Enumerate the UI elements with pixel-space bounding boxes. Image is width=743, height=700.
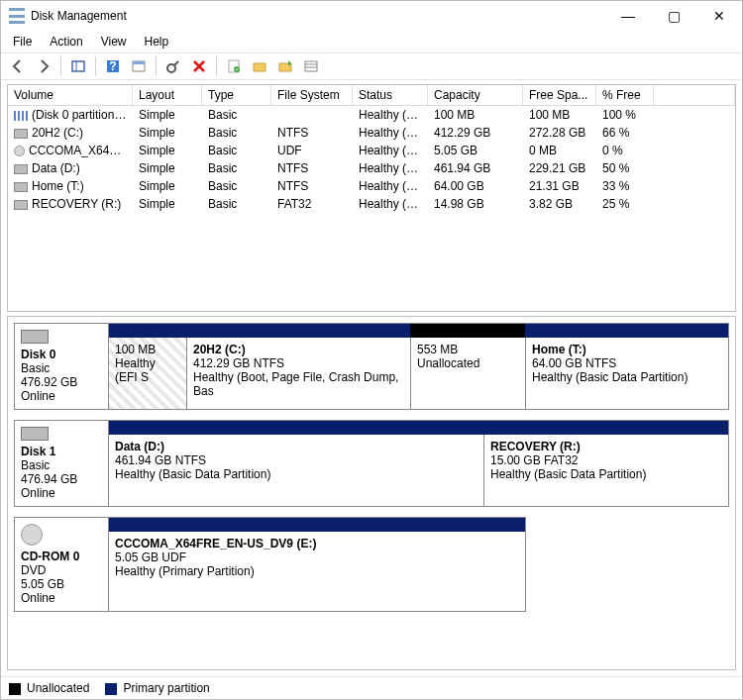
partition[interactable]: CCCOMA_X64FRE_EN-US_DV9 (E:)5.05 GB UDFH… <box>109 518 525 611</box>
volume-icon <box>14 111 28 121</box>
volume-layout: Simple <box>133 159 202 177</box>
forward-button[interactable] <box>33 55 54 77</box>
menubar: File Action View Help <box>1 31 742 52</box>
disk-size: 5.05 GB <box>21 577 102 591</box>
volume-pctfree: 100 % <box>596 106 654 124</box>
disk-name: CD-ROM 0 <box>21 550 102 563</box>
volume-icon <box>14 164 28 174</box>
volume-row[interactable]: (Disk 0 partition 1)SimpleBasicHealthy (… <box>8 106 735 124</box>
col-pctfree[interactable]: % Free <box>596 85 654 105</box>
disk-label[interactable]: Disk 0Basic476.92 GBOnline <box>14 323 109 410</box>
partition-status: Healthy (Basic Data Partition) <box>490 467 722 481</box>
legend-primary: Primary partition <box>123 681 209 695</box>
svg-rect-12 <box>305 61 317 71</box>
disk-map[interactable]: Disk 0Basic476.92 GBOnline100 MBHealthy … <box>7 316 736 670</box>
disk-icon <box>21 330 49 344</box>
window-title: Disk Management <box>31 9 605 23</box>
back-button[interactable] <box>7 55 29 77</box>
partition-size: 64.00 GB NTFS <box>532 356 722 370</box>
legend-swatch-unallocated <box>9 683 21 695</box>
menu-view[interactable]: View <box>99 33 129 50</box>
volume-capacity: 64.00 GB <box>428 177 523 195</box>
volume-type: Basic <box>202 124 271 142</box>
volume-layout: Simple <box>133 142 202 159</box>
show-hide-button[interactable] <box>67 55 89 77</box>
partition-status: Healthy (EFI S <box>115 356 180 384</box>
delete-icon[interactable] <box>188 55 210 77</box>
col-capacity[interactable]: Capacity <box>428 85 523 105</box>
volume-pctfree: 33 % <box>596 177 654 195</box>
partition-body: 100 MBHealthy (EFI S <box>109 338 186 409</box>
volume-free: 21.31 GB <box>523 177 596 195</box>
volume-fs: NTFS <box>271 159 353 177</box>
settings-button[interactable] <box>128 55 150 77</box>
volume-pctfree: 66 % <box>596 124 654 142</box>
partition-body: 553 MBUnallocated <box>410 338 525 409</box>
volume-row[interactable]: 20H2 (C:)SimpleBasicNTFSHealthy (B...412… <box>8 124 735 142</box>
volume-row[interactable]: Home (T:)SimpleBasicNTFSHealthy (B...64.… <box>8 177 735 195</box>
partition-header <box>483 421 728 435</box>
volume-icon <box>14 182 28 192</box>
volume-icon <box>14 146 25 156</box>
list-view-button[interactable] <box>300 55 322 77</box>
volume-free: 272.28 GB <box>523 124 596 142</box>
refresh-button[interactable] <box>162 55 184 77</box>
svg-text:?: ? <box>109 59 116 73</box>
legend: Unallocated Primary partition <box>1 676 742 699</box>
volume-pctfree: 0 % <box>596 142 654 159</box>
properties-button[interactable] <box>223 55 245 77</box>
partition-status: Healthy (Basic Data Partition) <box>532 370 722 384</box>
disk-name: Disk 0 <box>21 348 102 361</box>
col-volume[interactable]: Volume <box>8 85 133 105</box>
action-icon[interactable] <box>249 55 270 77</box>
col-filesystem[interactable]: File System <box>271 85 353 105</box>
partition[interactable]: Data (D:)461.94 GB NTFSHealthy (Basic Da… <box>109 421 483 506</box>
disk-label[interactable]: Disk 1Basic476.94 GBOnline <box>14 420 109 507</box>
partition-header <box>109 324 186 338</box>
volume-capacity: 461.94 GB <box>428 159 523 177</box>
partition[interactable]: 100 MBHealthy (EFI S <box>109 324 186 409</box>
volume-name: CCCOMA_X64FRE... <box>29 144 133 157</box>
disk-type: Basic <box>21 458 102 472</box>
volume-layout: Simple <box>133 177 202 195</box>
disk-label[interactable]: CD-ROM 0DVD5.05 GBOnline <box>14 517 109 612</box>
volume-row[interactable]: RECOVERY (R:)SimpleBasicFAT32Healthy (B.… <box>8 195 735 213</box>
maximize-button[interactable]: ▢ <box>651 1 696 31</box>
app-icon <box>9 8 25 24</box>
partition-name: RECOVERY (R:) <box>490 440 722 453</box>
disk-status: Online <box>21 486 102 500</box>
disk-size: 476.94 GB <box>21 472 102 486</box>
partition-body: Data (D:)461.94 GB NTFSHealthy (Basic Da… <box>109 435 483 506</box>
partition-header <box>186 324 410 338</box>
menu-file[interactable]: File <box>11 33 34 50</box>
action-icon-2[interactable] <box>274 55 296 77</box>
menu-action[interactable]: Action <box>48 33 84 50</box>
volume-fs: NTFS <box>271 124 353 142</box>
volume-status: Healthy (B... <box>353 124 428 142</box>
volume-type: Basic <box>202 177 271 195</box>
volume-type: Basic <box>202 159 271 177</box>
partition[interactable]: 20H2 (C:)412.29 GB NTFSHealthy (Boot, Pa… <box>186 324 410 409</box>
partition[interactable]: RECOVERY (R:)15.00 GB FAT32Healthy (Basi… <box>483 421 728 506</box>
volume-row[interactable]: Data (D:)SimpleBasicNTFSHealthy (B...461… <box>8 159 735 177</box>
volume-fs: FAT32 <box>271 195 353 213</box>
volume-type: Basic <box>202 195 271 213</box>
close-button[interactable]: ✕ <box>696 1 742 31</box>
minimize-button[interactable]: — <box>605 1 651 31</box>
partition-status: Unallocated <box>417 356 519 370</box>
col-freespace[interactable]: Free Spa... <box>523 85 596 105</box>
partition-status: Healthy (Boot, Page File, Crash Dump, Ba… <box>193 370 404 398</box>
partition[interactable]: Home (T:)64.00 GB NTFSHealthy (Basic Dat… <box>525 324 728 409</box>
help-button[interactable]: ? <box>102 55 124 77</box>
col-layout[interactable]: Layout <box>133 85 202 105</box>
menu-help[interactable]: Help <box>143 33 171 50</box>
partition[interactable]: 553 MBUnallocated <box>410 324 525 409</box>
col-status[interactable]: Status <box>353 85 428 105</box>
volume-row[interactable]: CCCOMA_X64FRE...SimpleBasicUDFHealthy (P… <box>8 142 735 159</box>
titlebar[interactable]: Disk Management — ▢ ✕ <box>1 1 742 31</box>
partition-body: 20H2 (C:)412.29 GB NTFSHealthy (Boot, Pa… <box>186 338 410 409</box>
volume-status: Healthy (B... <box>353 177 428 195</box>
volume-list[interactable]: Volume Layout Type File System Status Ca… <box>7 84 736 312</box>
col-type[interactable]: Type <box>202 85 271 105</box>
legend-swatch-primary <box>105 683 117 695</box>
